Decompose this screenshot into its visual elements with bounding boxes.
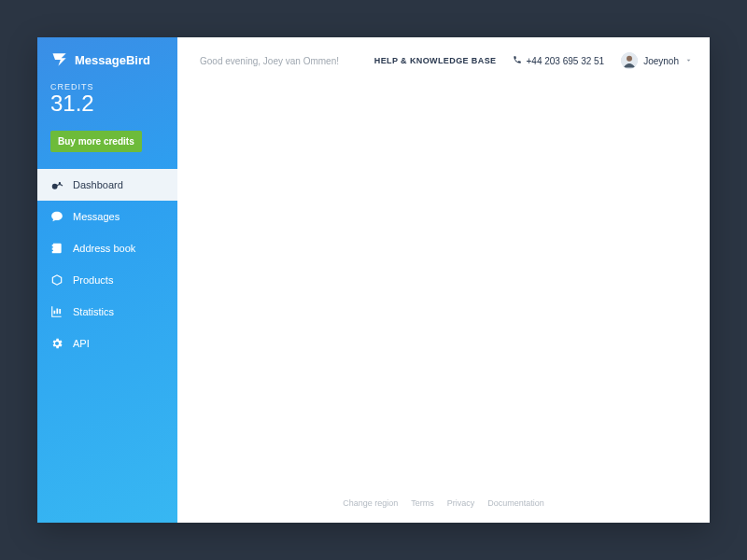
api-icon (50, 337, 63, 350)
footer-link-privacy[interactable]: Privacy (447, 498, 475, 508)
messages-icon (50, 210, 63, 223)
main-area: Good evening, Joey van Ommen! HELP & KNO… (177, 37, 710, 523)
sidebar-item-label: Dashboard (73, 179, 123, 190)
sidebar-item-label: Statistics (73, 306, 114, 317)
buy-credits-button[interactable]: Buy more credits (50, 131, 142, 152)
phone-icon (513, 55, 522, 66)
sidebar: MessageBird CREDITS 31.2 Buy more credit… (37, 37, 177, 523)
sidebar-item-api[interactable]: API (37, 328, 177, 359)
sidebar-item-label: Messages (73, 211, 120, 222)
phone-number[interactable]: +44 203 695 32 51 (513, 55, 604, 66)
chevron-down-icon (684, 56, 693, 66)
products-icon (50, 273, 63, 287)
help-link[interactable]: HELP & KNOWLEDGE BASE (374, 56, 497, 65)
addressbook-icon (50, 242, 63, 255)
user-name: Joeynoh (643, 56, 679, 66)
content-empty (177, 77, 710, 489)
credits-label: CREDITS (50, 82, 164, 91)
footer-links: Change region Terms Privacy Documentatio… (177, 489, 710, 523)
credits-value: 31.2 (50, 91, 164, 116)
sidebar-item-products[interactable]: Products (37, 264, 177, 296)
brand-name: MessageBird (75, 53, 150, 67)
sidebar-item-label: Products (73, 274, 113, 286)
phone-text: +44 203 695 32 51 (526, 56, 604, 66)
svg-point-0 (52, 184, 58, 189)
sidebar-item-addressbook[interactable]: Address book (37, 232, 177, 264)
brand-logo-icon (50, 50, 69, 69)
avatar (621, 52, 638, 69)
footer-link-change-region[interactable]: Change region (343, 498, 398, 508)
sidebar-item-statistics[interactable]: Statistics (37, 296, 177, 328)
svg-point-1 (59, 182, 61, 184)
footer-link-documentation[interactable]: Documentation (487, 498, 544, 508)
brand: MessageBird (37, 37, 177, 77)
svg-point-3 (627, 56, 632, 62)
footer-link-terms[interactable]: Terms (411, 498, 434, 508)
sidebar-item-label: API (73, 338, 90, 349)
statistics-icon (50, 305, 63, 318)
topbar: Good evening, Joey van Ommen! HELP & KNO… (177, 37, 710, 77)
user-menu[interactable]: Joeynoh (621, 52, 693, 69)
sidebar-item-label: Address book (73, 243, 135, 254)
credits-block: CREDITS 31.2 (37, 77, 177, 125)
dashboard-icon (50, 178, 63, 191)
sidebar-item-messages[interactable]: Messages (37, 201, 177, 232)
sidebar-item-dashboard[interactable]: Dashboard (37, 169, 177, 201)
app-window: MessageBird CREDITS 31.2 Buy more credit… (37, 37, 710, 523)
greeting-text: Good evening, Joey van Ommen! (200, 56, 358, 66)
sidebar-nav: Dashboard Messages Address book Products (37, 169, 177, 359)
